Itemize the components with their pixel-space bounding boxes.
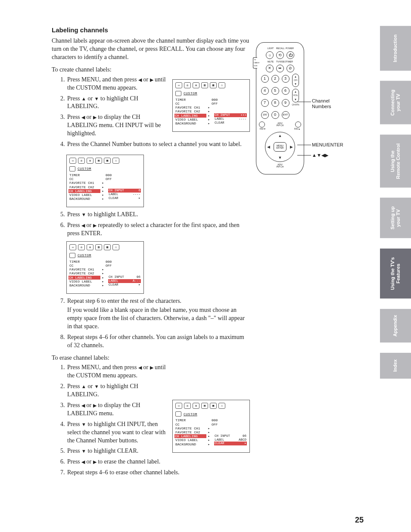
osd2-title: CUSTOM — [78, 167, 91, 171]
ch-down-icon: ▼ — [294, 82, 297, 86]
osd2-vlabel: VIDEO LABEL — [69, 193, 100, 197]
osd4-timer: TIMER — [175, 418, 206, 422]
right-arrow-icon: ▶ — [93, 459, 97, 464]
tab-remote[interactable]: Using the Remote Control — [380, 135, 411, 188]
left-arrow-icon: ◀ — [81, 115, 85, 120]
left-arrow-icon: ◀ — [81, 403, 85, 408]
left-arrow-icon: ◀ — [81, 223, 85, 228]
osd-figure-3: ▭◎✪▤▦⌂ CUSTOM TIMER000 CCOFF FAVORITE CH… — [66, 241, 364, 294]
btn-light[interactable]: ☼ — [266, 51, 274, 59]
create-step-4: Press the Channel Number buttons to sele… — [66, 140, 250, 149]
create-step-7: Repeat step 6 to enter the rest of the c… — [66, 297, 250, 331]
osd3-sub-clear: CLEAR — [109, 283, 118, 287]
osd4-sub-chinput: CH INPUT — [215, 434, 230, 438]
osd3-chlbl: CH LABELING — [68, 276, 100, 280]
num-9[interactable]: 9 — [282, 99, 290, 107]
lbl-tvvideo: TV/VIDEO — [276, 60, 284, 63]
tab-features[interactable]: Using the TV's Features — [380, 249, 411, 299]
tab-connecting[interactable]: Connecting your TV — [380, 81, 411, 124]
tab-index[interactable]: Index — [380, 353, 411, 379]
osd4-cc: CC — [175, 423, 206, 426]
erase-step-2: Press ▲ or ▼ to highlight CH LABELING. — [66, 383, 250, 399]
lbl-power: POWER — [286, 47, 293, 50]
row2-labels: MUTE TV/VIDEO TIMER — [259, 60, 301, 63]
btn-favm[interactable] — [259, 121, 265, 128]
ch-up-icon: ▲ — [294, 75, 297, 78]
osd4-fav2: FAVORITE CH2 — [175, 430, 206, 434]
ch-rocker[interactable]: ▲ CH ▼ — [292, 74, 299, 87]
osd2-sub-label: LABEL — [109, 193, 118, 196]
section-title: Labeling channels — [52, 26, 364, 34]
osd3-fav1: FAVORITE CH1 — [69, 268, 100, 271]
dpad-down-icon: ▼ — [278, 156, 282, 160]
erase-step-6: Press ◀ or ▶ to erase the channel label. — [66, 458, 250, 466]
erase-lead: To erase channel labels: — [52, 354, 364, 362]
num-100[interactable]: 100 — [261, 111, 269, 119]
osd3-title: CUSTOM — [78, 253, 91, 257]
num-7[interactable]: 7 — [261, 99, 269, 107]
osd2-fav1: FAVORITE CH1 — [69, 181, 100, 185]
lbl-mute: MUTE — [267, 60, 274, 63]
osd3-sub-label: LABEL — [109, 279, 118, 283]
num-0[interactable]: 0 — [271, 111, 279, 119]
callout-arrows: ▲▼◀▶ — [312, 152, 328, 158]
source-switch: TV CABLE VCR — [253, 57, 257, 68]
vol-up-icon: ▲ — [294, 90, 297, 93]
left-arrow-icon: ◀ — [138, 365, 142, 370]
dpad-left-icon: ◀ — [267, 145, 270, 149]
callout-line-menu — [297, 145, 311, 145]
dpad[interactable]: ▲ ▼ ◀ ▶ MENU/ ENTER — [265, 132, 295, 162]
osd2-cc-v: OFF — [106, 177, 118, 181]
section-tabs: Introduction Connecting your TV Using th… — [380, 26, 411, 379]
btn-tvvideo[interactable]: ➥ — [276, 65, 284, 72]
num-4[interactable]: 4 — [261, 87, 269, 95]
btn-power[interactable]: ⏻ — [286, 51, 294, 59]
vol-down-icon: ▼ — [294, 98, 297, 101]
down-arrow-icon: ▼ — [81, 448, 86, 454]
osd2-timer: TIMER — [69, 173, 100, 177]
osd3-cc: CC — [69, 264, 100, 268]
top-labels: LIGHT RECALL POWER — [259, 47, 301, 50]
down-arrow-icon: ▼ — [81, 212, 86, 217]
osd4-cc-v: OFF — [212, 423, 224, 426]
down-arrow-icon: ▼ — [94, 96, 99, 101]
num-8[interactable]: 8 — [271, 99, 279, 107]
osd3-timer: TIMER — [69, 260, 100, 264]
osd4-fav1: FAVORITE CH1 — [175, 426, 206, 430]
menu-enter-button[interactable]: MENU/ ENTER — [274, 142, 286, 152]
num-ent[interactable]: ENT — [282, 111, 290, 119]
adv-label-top: ADV/ PIP CH — [277, 122, 284, 127]
num-3[interactable]: 3 — [282, 75, 290, 83]
osd2-chlbl: CH LABELING — [68, 189, 100, 193]
osd3-vlabel: VIDEO LABEL — [69, 280, 100, 283]
lbl-light: LIGHT — [267, 47, 274, 50]
up-arrow-icon: ▲ — [81, 96, 86, 101]
callout-line-arrows — [297, 155, 311, 156]
num-6[interactable]: 6 — [282, 87, 290, 95]
dpad-right-icon: ▶ — [290, 145, 293, 149]
vol-rocker[interactable]: ▲ VOL ▼ — [292, 89, 299, 103]
left-arrow-icon: ◀ — [138, 77, 142, 82]
switch-vcr: VCR — [254, 65, 257, 67]
osd4-sub-clear: CLEAR — [215, 442, 224, 445]
osd3-sub-chinput-v: 06 — [130, 275, 140, 279]
erase-step-1: Press MENU, and then press ◀ or ▶ until … — [66, 364, 250, 380]
tab-introduction[interactable]: Introduction — [380, 26, 411, 71]
num-2[interactable]: 2 — [271, 75, 279, 83]
tab-appendix[interactable]: Appendix — [380, 309, 411, 342]
btn-favp[interactable] — [295, 121, 301, 128]
osd2-sub-chinput: CH INPUT — [109, 189, 124, 193]
btn-mute[interactable]: ✕ — [266, 65, 274, 72]
left-arrow-icon: ◀ — [81, 459, 85, 464]
lbl-recall: RECALL — [276, 47, 284, 50]
osd2-sub-chinput-v: 6 — [130, 189, 140, 193]
right-arrow-icon: ▶ — [93, 115, 97, 120]
tab-setup[interactable]: Setting up your TV — [380, 198, 411, 238]
btn-timer[interactable]: ⊘ — [286, 65, 294, 72]
btn-recall[interactable]: ⟲ — [276, 51, 284, 59]
manual-page: Introduction Connecting your TV Using th… — [0, 0, 411, 532]
num-1[interactable]: 1 — [261, 75, 269, 83]
num-5[interactable]: 5 — [271, 87, 279, 95]
favp-label: FAV▲ — [294, 128, 300, 131]
osd4-timer-v: 000 — [212, 418, 224, 422]
